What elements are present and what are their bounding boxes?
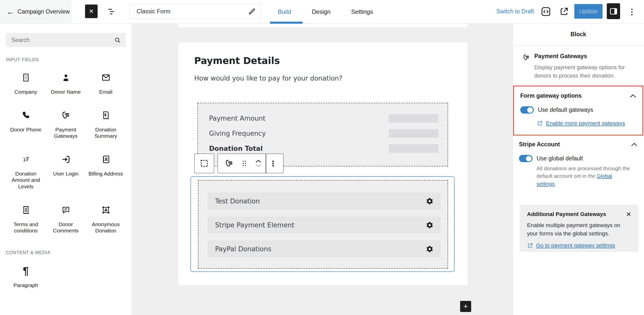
value-placeholder-bar [389,144,438,153]
sidebar-panel-icon [609,7,618,16]
update-button[interactable]: Update [574,4,602,19]
switch-to-draft-link[interactable]: Switch to Draft [496,8,534,15]
notice-title: Additional Payment Gateways [527,211,606,218]
list-view-button[interactable] [105,6,117,17]
more-options-button[interactable]: ⋮ [627,5,637,19]
tab-design[interactable]: Design [312,8,331,15]
panel-header[interactable]: Stripe Account [519,141,638,148]
editor-tabs: Build Design Settings [278,0,373,23]
block-item-billing-address[interactable]: Billing Address [86,154,126,190]
block-item-company[interactable]: Company [6,72,46,95]
form-title-input[interactable] [130,8,248,15]
address-book-icon [101,154,111,165]
block-item-payment-gateways[interactable]: Payment Gateways [46,110,86,139]
value-placeholder-bar [389,114,438,123]
block-item-donation-amount-levels[interactable]: 1 Donation Amount and Levels [6,154,46,190]
envelope-icon [101,72,111,83]
block-title: Payment Gateways [534,53,632,60]
tab-build[interactable]: Build [278,8,291,15]
close-editor-button[interactable]: ✕ [85,5,98,18]
stripe-account-description: All donations are processed through the … [537,165,630,188]
block-item-paragraph[interactable]: ¶ Paragraph [6,265,46,289]
edit-pencil-icon [248,7,256,16]
gear-icon[interactable] [426,245,433,253]
toolbar-divider [266,154,266,173]
add-block-button[interactable]: + [460,301,471,312]
gear-icon[interactable] [426,197,433,205]
value-placeholder-bar [389,129,438,138]
chevron-up-icon[interactable] [631,142,638,147]
move-down-icon [255,164,262,167]
external-link-icon [537,120,543,126]
gateway-row-stripe[interactable]: Stripe Payment Element [208,216,440,234]
panel-title: Form gateway options [520,92,582,99]
preview-button[interactable] [558,6,570,18]
use-global-default-setting: Use global default [519,155,638,162]
close-icon[interactable]: ✕ [625,211,632,218]
receipt-dollar-icon: $ [101,110,111,121]
person-icon [61,72,71,83]
close-icon: ✕ [89,8,94,15]
enable-more-gateways-link[interactable]: Enable more payment gateways [537,120,636,127]
use-default-gateways-toggle[interactable] [520,106,534,114]
block-item-terms-conditions[interactable]: Terms and conditions [6,204,46,234]
settings-sidebar-toggle[interactable] [607,3,620,19]
payment-gateways-block-icon [224,159,234,168]
gateway-shield-icon [61,110,71,121]
payment-gateways-block-icon [522,53,534,80]
block-item-email[interactable]: Email [86,72,126,95]
notice-body: Enable multiple payment gateways on your… [527,221,628,238]
list-view-icon [106,7,116,17]
gateway-settings-link[interactable]: Go to payment gateway settings [527,242,632,249]
search-icon [114,36,121,44]
use-global-default-toggle[interactable] [519,155,533,162]
block-options-button[interactable]: ⋮ [267,154,279,173]
terms-document-icon [21,204,31,216]
search-field[interactable] [6,33,126,47]
block-item-user-login[interactable]: User Login [46,154,86,190]
tab-settings[interactable]: Settings [351,8,373,15]
move-block-controls[interactable] [252,159,265,167]
code-view-button[interactable] [540,6,552,18]
svg-text:1: 1 [23,156,26,162]
external-link-icon [527,242,533,249]
editor-canvas: Payment Details How would you like to pa… [132,24,512,315]
block-toolbar: ⋮ [194,154,284,173]
gear-icon[interactable] [426,221,433,229]
toggle-knob [527,107,533,113]
form-title-field[interactable] [130,4,261,19]
search-input[interactable] [11,37,114,44]
block-item-donor-phone[interactable]: Donor Phone [6,110,46,139]
back-button[interactable]: ← Campaign Overview [0,0,72,23]
input-fields-grid: Company Donor Name Email Donor Phone Pay… [6,72,126,234]
drag-handle[interactable] [237,154,252,173]
anonymous-a-icon: A [101,204,111,216]
topbar: ← Campaign Overview ✕ Build Design Setti… [0,0,644,24]
panel-header[interactable]: Form gateway options [520,92,636,99]
block-item-donation-summary[interactable]: $ Donation Summary [86,110,126,139]
chevron-up-icon[interactable] [629,94,636,98]
drag-handle-icon [240,159,249,168]
gateway-row-paypal[interactable]: PayPal Donations [208,240,440,258]
amount-levels-icon: 1 [21,154,31,165]
select-parent-section-button[interactable] [194,154,214,173]
block-type-button[interactable] [222,154,236,173]
toggle-label: Use default gateways [538,107,593,113]
form-gateway-options-panel-highlighted: Form gateway options Use default gateway… [513,86,643,135]
block-summary-card: Payment Gateways Display payment gateway… [522,53,638,80]
payment-gateways-selected-block[interactable]: Test Donation Stripe Payment Element Pay… [190,176,455,272]
active-tab-underline [270,22,303,24]
move-up-icon [255,159,262,163]
form-builder-app: ← Campaign Overview ✕ Build Design Setti… [0,0,644,315]
block-item-donor-comments[interactable]: Donor Comments [46,204,86,234]
svg-text:$: $ [104,112,106,117]
back-arrow-icon: ← [7,8,14,16]
previous-form-section-card[interactable] [178,24,468,28]
payment-details-section-card[interactable]: Payment Details How would you like to pa… [178,42,468,286]
block-item-anonymous-donation[interactable]: A Anonymous Donation [86,204,126,234]
dashed-square-icon [199,158,210,169]
toggle-knob [526,156,532,161]
block-item-donor-name[interactable]: Donor Name [46,72,86,95]
gateway-row-test-donation[interactable]: Test Donation [208,192,440,210]
section-heading: Payment Details [194,55,280,66]
